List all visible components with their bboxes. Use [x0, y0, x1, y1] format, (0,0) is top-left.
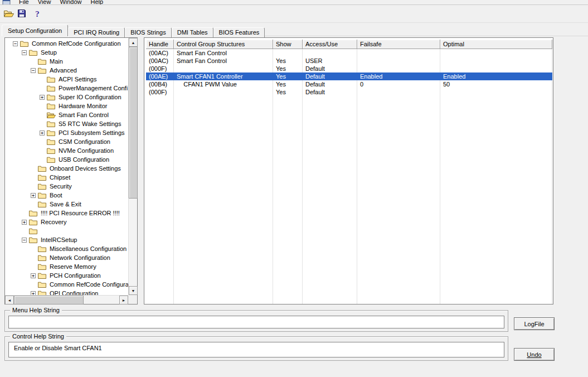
tree-collapse-icon[interactable]: − [31, 68, 36, 73]
tree-item-powermanagement-confi[interactable]: PowerManagement Confi [5, 84, 128, 93]
column-header-failsafe[interactable]: Failsafe [357, 40, 440, 49]
menu-help[interactable]: Help [86, 0, 108, 5]
table-cell [440, 88, 552, 96]
undo-button[interactable]: Undo [514, 348, 555, 361]
scroll-down-button[interactable]: ▼ [129, 286, 138, 295]
controls-listview: HandleControl Group StructuresShowAccess… [146, 40, 552, 304]
table-cell: Smart Fan Control [174, 57, 273, 65]
folder-icon [38, 201, 47, 207]
tree-horizontal-scrollbar[interactable]: ◄ ► [5, 295, 128, 304]
config-tree-panel: −Common RefCode Configuration−SetupMain−… [4, 37, 138, 304]
tree-item-setup[interactable]: −Setup [5, 48, 128, 57]
horizontal-scroll-thumb[interactable] [14, 296, 84, 304]
tab-pci-irq-routing[interactable]: PCI IRQ Routing [68, 27, 125, 37]
tree-item-boot[interactable]: +Boot [5, 191, 128, 200]
tree-item-pci-resource-error[interactable]: !!!! PCI Resource ERROR !!!! [5, 209, 128, 218]
tree-item-pci-subsystem-settings[interactable]: +PCI Subsystem Settings [5, 128, 128, 137]
column-header-access-use[interactable]: Access/Use [303, 40, 357, 49]
tree-expand-icon[interactable]: + [40, 95, 45, 100]
logfile-button[interactable]: LogFile [514, 317, 555, 330]
control-help-groupbox: Control Help String Enable or Disable Sm… [4, 336, 508, 361]
tree-item-save-exit[interactable]: Save & Exit [5, 200, 128, 209]
menu-window[interactable]: Window [55, 0, 86, 5]
open-file-button[interactable] [3, 8, 15, 20]
table-cell [273, 49, 303, 57]
scroll-right-button[interactable]: ► [119, 296, 128, 304]
table-row[interactable]: (000F)YesDefault [146, 88, 552, 96]
tree-item-reserve-memory[interactable]: Reserve Memory [5, 262, 128, 271]
save-button[interactable] [16, 8, 28, 20]
column-header-optimal[interactable]: Optimal [440, 40, 552, 49]
tree-item-s5-rtc-wake-settings[interactable]: S5 RTC Wake Settings [5, 119, 128, 128]
tree-item-miscellaneous-configuration[interactable]: Miscellaneous Configuration [5, 244, 128, 253]
folder-icon [29, 228, 38, 234]
tree-item-main[interactable]: Main [5, 57, 128, 66]
scroll-up-button[interactable]: ▲ [129, 38, 138, 47]
table-row[interactable]: (00B4) CFAN1 PWM ValueYesDefault050 [146, 80, 552, 88]
tree-item-intelrcsetup[interactable]: −IntelRCSetup [5, 235, 128, 244]
tab-bios-strings[interactable]: BIOS Strings [125, 27, 172, 37]
tree-item-network-configuration[interactable]: Network Configuration [5, 253, 128, 262]
tree-item-label: Hardware Monitor [57, 103, 108, 109]
folder-icon [47, 76, 56, 83]
config-tree: −Common RefCode Configuration−SetupMain−… [5, 38, 128, 295]
menu-view[interactable]: View [33, 0, 56, 5]
tree-item-common-refcode-configurati[interactable]: Common RefCode Configurati [5, 280, 128, 289]
app-icon[interactable] [2, 0, 11, 5]
help-button[interactable]: ? [31, 8, 43, 20]
table-row[interactable]: (00AC)Smart Fan Control [146, 49, 552, 57]
tree-item-smart-fan-control[interactable]: Smart Fan Control [5, 110, 128, 119]
tree-collapse-icon[interactable]: − [13, 41, 18, 46]
tree-item-label: Setup [40, 49, 58, 56]
table-row[interactable]: (000F)YesDefault [146, 65, 552, 72]
table-cell: (00AC) [146, 57, 174, 65]
menu-file[interactable]: File [14, 0, 33, 5]
tree-item-usb-configuration[interactable]: USB Configuration [5, 155, 128, 164]
tree-item-super-io-configuration[interactable]: +Super IO Configuration [5, 93, 128, 102]
tree-item-chipset[interactable]: Chipset [5, 173, 128, 182]
tab-dmi-tables[interactable]: DMI Tables [172, 27, 213, 37]
tree-item-nvme-configuration[interactable]: NVMe Configuration [5, 146, 128, 155]
tree-collapse-icon[interactable]: − [22, 50, 27, 55]
vertical-scroll-thumb[interactable] [129, 47, 138, 199]
column-header-control-group-structures[interactable]: Control Group Structures [174, 40, 273, 49]
tree-collapse-icon[interactable]: − [22, 238, 27, 243]
tree-item-onboard-devices-settings[interactable]: Onboard Devices Settings [5, 164, 128, 173]
table-cell: (00AE) [146, 72, 174, 80]
table-cell [357, 49, 440, 57]
folder-icon [38, 272, 47, 279]
tree-item-pch-configuration[interactable]: +PCH Configuration [5, 271, 128, 280]
tree-item-label: Reserve Memory [48, 263, 98, 270]
tree-expand-icon[interactable]: + [40, 130, 45, 136]
tree-item-security[interactable]: Security [5, 182, 128, 191]
tree-item-unnamed[interactable] [5, 226, 128, 235]
tree-item-qpi-configuration[interactable]: +QPI Configuration [5, 289, 128, 295]
tree-item-acpi-settings[interactable]: ACPI Settings [5, 75, 128, 84]
tree-item-csm-configuration[interactable]: CSM Configuration [5, 137, 128, 146]
tree-item-common-refcode-configuration[interactable]: −Common RefCode Configuration [5, 39, 128, 48]
scroll-left-button[interactable]: ◄ [5, 296, 14, 304]
tree-item-label: S5 RTC Wake Settings [57, 120, 123, 127]
folder-icon [38, 58, 47, 65]
tree-vertical-scrollbar[interactable]: ▲ ▼ [128, 38, 137, 295]
tree-item-advanced[interactable]: −Advanced [5, 66, 128, 75]
tree-item-hardware-monitor[interactable]: Hardware Monitor [5, 102, 128, 110]
table-row[interactable]: (00AE)Smart CFAN1 ControllerYesDefaultEn… [146, 72, 552, 80]
open-folder-icon [4, 9, 14, 18]
tree-item-label: CSM Configuration [57, 138, 111, 145]
menubar: FileViewWindowHelp [0, 0, 588, 5]
tree-expand-icon[interactable]: + [22, 220, 27, 225]
tree-expand-icon[interactable]: + [31, 193, 36, 198]
toolbar: ? [0, 6, 588, 23]
tree-item-recovery[interactable]: +Recovery [5, 218, 128, 226]
folder-icon [29, 219, 38, 225]
table-row[interactable]: (00AC)Smart Fan ControlYesUSER [146, 57, 552, 65]
tree-item-label: Chipset [48, 174, 71, 181]
tab-bios-features[interactable]: BIOS Features [213, 27, 265, 37]
menu-help-title: Menu Help String [10, 307, 62, 313]
tab-setup-configuration[interactable]: Setup Configuration [2, 25, 68, 36]
tree-expand-icon[interactable]: + [31, 291, 36, 296]
column-header-show[interactable]: Show [273, 40, 303, 49]
column-header-handle[interactable]: Handle [146, 40, 174, 49]
tree-expand-icon[interactable]: + [31, 273, 36, 278]
